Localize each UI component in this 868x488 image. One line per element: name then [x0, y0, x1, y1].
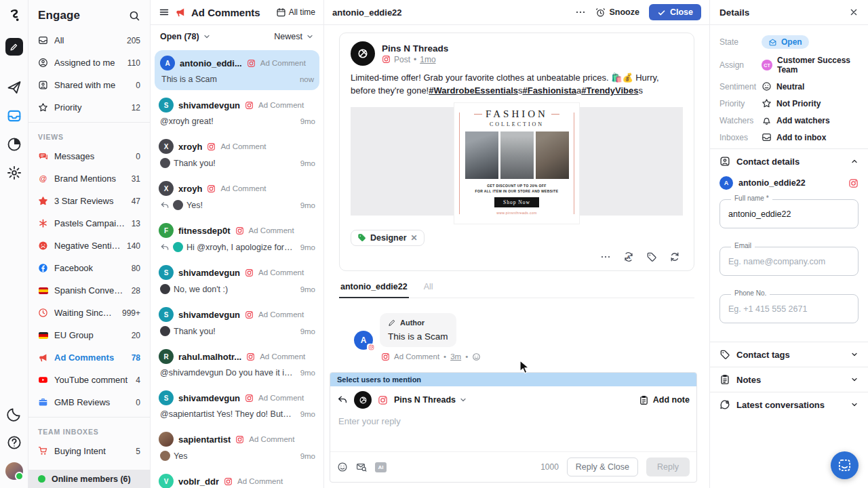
email-field[interactable]: Email Eg. name@company.com: [719, 247, 859, 276]
sidebar-item-youtube-comment[interactable]: YouTube comment4: [28, 369, 150, 391]
contact-tags-section[interactable]: Contact tags: [710, 342, 868, 367]
full-name-field[interactable]: Full name * antonio_eddie22: [719, 199, 859, 228]
reply-arrow-icon: [160, 243, 170, 252]
thread-avatar: X: [159, 139, 174, 154]
time-filter[interactable]: All time: [276, 7, 315, 18]
thread-item-shivamdevgun[interactable]: SshivamdevgunAd CommentNo, we don't :)9m…: [151, 259, 323, 301]
thread-item-sapientartist[interactable]: sapientartistAd CommentYes9mo: [151, 426, 323, 468]
help-icon[interactable]: [7, 435, 22, 450]
sidebar-item-spanish-conversations[interactable]: Spanish Conversations28: [28, 279, 150, 302]
emoji-picker-icon[interactable]: [337, 462, 348, 472]
reports-nav-icon[interactable]: [7, 137, 22, 152]
chat-launcher-button[interactable]: [831, 451, 859, 479]
tag-chip-designer[interactable]: Designer ✕: [351, 230, 425, 246]
reply-input[interactable]: Enter your reply: [330, 413, 696, 451]
thread-item-fitnessdep0t[interactable]: Ffitnessdep0tAd CommentHi @xroyh, I apol…: [151, 217, 323, 259]
sidebar-item-brand-mentions[interactable]: @Brand Mentions31: [28, 167, 150, 190]
sidebar-item-all[interactable]: All205: [28, 29, 150, 52]
sidebar-item-pastels-campaign-utm[interactable]: Pastels Campaign (UTM)13: [28, 212, 150, 235]
close-icon[interactable]: [849, 7, 859, 17]
sidebar-item-gmb-reviews[interactable]: GMB Reviews0: [28, 391, 150, 413]
instagram-icon: [381, 352, 390, 361]
thread-item-voblr-ddr[interactable]: Vvoblr_ddrAd CommentThank you!10mo: [151, 468, 323, 488]
sidebar-item-messages[interactable]: Messages0: [28, 145, 150, 167]
remove-tag-icon[interactable]: ✕: [411, 233, 418, 243]
reply-and-close-button[interactable]: Reply & Close: [567, 458, 638, 476]
instagram-icon: [224, 477, 233, 486]
sidebar-item-ad-comments[interactable]: Ad Comments78: [28, 346, 150, 369]
publish-nav-icon[interactable]: [7, 80, 22, 95]
tab-antonio-eddie22[interactable]: antonio_eddie22: [339, 279, 409, 298]
saved-replies-icon[interactable]: [356, 462, 367, 472]
hamburger-menu-icon[interactable]: [159, 7, 170, 18]
watchers-value[interactable]: Add watchers: [762, 115, 830, 125]
reply-button[interactable]: Reply: [646, 458, 690, 476]
sidebar-item-priority[interactable]: Priority12: [28, 96, 150, 119]
thread-item-xroyh[interactable]: XxroyhAd CommentYes!9mo: [151, 175, 323, 217]
thread-item-shivamdevgun[interactable]: SshivamdevgunAd Comment@sapientartist Ye…: [151, 384, 323, 426]
sidebar-item-eu-group[interactable]: EU Group20: [28, 324, 150, 346]
sentiment-value[interactable]: Neutral: [762, 81, 804, 92]
state-open-pill[interactable]: Open: [762, 35, 809, 49]
more-options-icon[interactable]: [575, 7, 586, 18]
ai-assist-button[interactable]: AI: [375, 462, 387, 472]
thread-item-shivamdevgun[interactable]: SshivamdevgunAd CommentThank you!9mo: [151, 301, 323, 343]
sync-icon[interactable]: [669, 251, 680, 262]
flag-de-icon: [38, 330, 48, 340]
thread-item-antonio-eddi[interactable]: Aantonio_eddi...Ad CommentThis is a Scam…: [155, 50, 319, 90]
online-members[interactable]: Online members (6): [28, 470, 150, 488]
status-filter[interactable]: Open (78): [160, 32, 211, 41]
settings-nav-icon[interactable]: [7, 165, 22, 180]
composer-button[interactable]: [5, 38, 23, 56]
contact-details-section[interactable]: Contact details: [710, 148, 868, 174]
more-options-icon[interactable]: [600, 251, 611, 262]
image-title: FASHION: [474, 108, 559, 120]
sidebar-item-assigned-to-me[interactable]: Assigned to me110: [28, 52, 150, 74]
clock-icon: [38, 308, 48, 318]
star-outline-icon: [762, 98, 772, 108]
latest-conversations-section[interactable]: Latest conversations: [710, 392, 868, 417]
thread-item-rahul-malhotr[interactable]: Rrahul.malhotr...Ad Comment@shivamdevgun…: [151, 343, 323, 384]
hashtag-link[interactable]: #WardrobeEssentials: [429, 85, 518, 96]
thread-spool-logo-icon: [356, 47, 370, 60]
team-inboxes-label: TEAM INBOXES: [28, 421, 150, 440]
sidebar-item-facebook[interactable]: Facebook80: [28, 257, 150, 279]
post-author-name: Pins N Threads: [382, 43, 448, 54]
priority-value[interactable]: Not Priority: [762, 98, 821, 108]
post-media-carousel[interactable]: FASHION COLLECTION GET DISCOUNT UP TO 20…: [351, 103, 683, 224]
assign-value[interactable]: CTCustomer Success Team: [762, 56, 859, 75]
post-time-link[interactable]: 1mo: [420, 55, 435, 64]
search-icon[interactable]: [129, 10, 140, 22]
phone-field[interactable]: Phone No. Eg. +1 415 555 2671: [719, 294, 859, 323]
sidebar-item-negative-sentiment[interactable]: Negative Sentiment140: [28, 235, 150, 257]
engage-inbox-nav-icon[interactable]: [7, 108, 22, 123]
thread-item-shivamdevgun[interactable]: SshivamdevgunAd Comment@xroyh great!9mo: [151, 92, 323, 133]
add-note-button[interactable]: Add note: [639, 395, 690, 405]
compose-icon: [9, 43, 18, 52]
sidebar-item-buying-intent[interactable]: Buying Intent5: [28, 440, 150, 462]
reply-author-avatar: [160, 284, 170, 294]
sidebar-item-waiting-since-2-days[interactable]: Waiting Since 2 Days999+: [28, 302, 150, 324]
sort-filter[interactable]: Newest: [274, 32, 314, 41]
dark-mode-icon[interactable]: [7, 407, 22, 422]
sidebar-item-shared-with-me[interactable]: Shared with me0: [28, 74, 150, 96]
comment-time-link[interactable]: 3m: [450, 352, 461, 361]
user-avatar[interactable]: [5, 462, 23, 480]
close-button[interactable]: Close: [649, 4, 701, 20]
hashtag-link[interactable]: #TrendyVibes: [581, 85, 638, 96]
tag-icon[interactable]: [646, 251, 657, 262]
reply-author-avatar: [160, 326, 170, 336]
emoji-reaction-icon[interactable]: [472, 352, 481, 361]
inboxes-value[interactable]: Add to inbox: [762, 132, 826, 142]
hashtag-link[interactable]: #Fashionista: [522, 85, 576, 96]
translate-icon[interactable]: A: [623, 251, 634, 262]
instagram-icon: [382, 55, 391, 64]
tab-all[interactable]: All: [422, 279, 435, 298]
sidebar-item-3-star-reviews[interactable]: 3 Star Reviews47: [28, 190, 150, 212]
instagram-icon: [207, 184, 216, 193]
comment-text: This is a Scam: [388, 331, 448, 342]
snooze-button[interactable]: Snooze: [595, 7, 639, 18]
reply-account-selector[interactable]: Pins N Threads: [394, 395, 467, 405]
notes-section[interactable]: Notes: [710, 367, 868, 392]
thread-item-xroyh[interactable]: XxroyhAd CommentThank you!9mo: [151, 133, 323, 175]
